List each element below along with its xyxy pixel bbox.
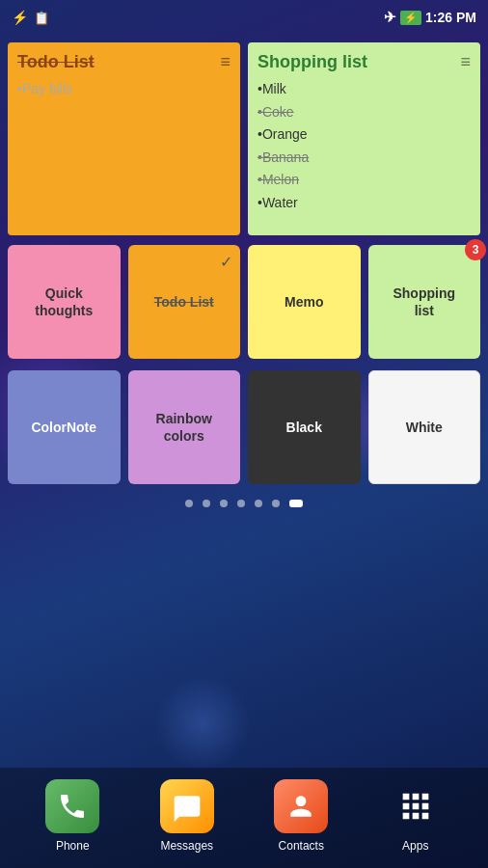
page-dot-2[interactable] bbox=[203, 500, 210, 507]
memo-label: Memo bbox=[285, 293, 323, 311]
app-tile-todo[interactable]: ✓ Todo List bbox=[128, 245, 241, 359]
messages-icon bbox=[172, 791, 203, 822]
shopping-item-banana: •Banana bbox=[258, 149, 471, 168]
contacts-icon-bg bbox=[274, 779, 328, 833]
color-tile-colornote[interactable]: ColorNote bbox=[8, 370, 121, 484]
shopping-widget[interactable]: Shopping list ≡ •Milk •Coke •Orange •Ban… bbox=[248, 42, 480, 235]
main-content: Todo List ≡ •Pay bills Shopping list ≡ •… bbox=[0, 35, 488, 507]
color-tile-white[interactable]: White bbox=[368, 370, 481, 484]
app-tile-shopping[interactable]: 3 Shoppinglist bbox=[368, 245, 481, 359]
shopping-item-orange: •Orange bbox=[258, 125, 471, 145]
messages-icon-bg bbox=[160, 779, 214, 833]
todo-widget-header: Todo List ≡ bbox=[17, 52, 230, 72]
shopping-item-melon: •Melon bbox=[258, 171, 471, 190]
status-bar: ⚡ 📋 ✈ ⚡ 1:26 PM bbox=[0, 0, 488, 35]
todo-widget[interactable]: Todo List ≡ •Pay bills bbox=[8, 42, 240, 235]
contacts-label: Contacts bbox=[279, 839, 324, 853]
battery-icon: ⚡ bbox=[400, 11, 421, 25]
airplane-icon: ✈ bbox=[384, 9, 396, 26]
app-tile-quick-thoughts[interactable]: Quickthoughts bbox=[8, 245, 121, 359]
color-tiles-row: ColorNote Rainbowcolors Black White bbox=[8, 370, 480, 484]
app-tile-memo[interactable]: Memo bbox=[248, 245, 361, 359]
todo-item-pay-bills: •Pay bills bbox=[17, 80, 230, 99]
contacts-icon bbox=[285, 791, 316, 822]
white-label: White bbox=[406, 419, 443, 436]
apps-label: Apps bbox=[402, 839, 428, 853]
shopping-item-milk: •Milk bbox=[258, 80, 471, 99]
colornote-label: ColorNote bbox=[31, 419, 96, 436]
page-dot-5[interactable] bbox=[255, 500, 262, 507]
messages-label: Messages bbox=[160, 839, 213, 853]
dock-messages[interactable]: Messages bbox=[160, 779, 214, 853]
shopping-item-water: •Water bbox=[258, 194, 471, 213]
page-dot-3[interactable] bbox=[220, 500, 228, 507]
dock-apps[interactable]: Apps bbox=[389, 779, 443, 853]
shopping-widget-header: Shopping list ≡ bbox=[258, 52, 471, 72]
shopping-widget-menu[interactable]: ≡ bbox=[460, 52, 471, 72]
phone-icon-bg bbox=[45, 779, 99, 833]
todo-widget-menu[interactable]: ≡ bbox=[220, 52, 230, 72]
color-tile-black[interactable]: Black bbox=[248, 370, 361, 484]
status-left-icons: ⚡ 📋 bbox=[12, 10, 49, 25]
quick-thoughts-label: Quickthoughts bbox=[35, 285, 93, 319]
dock-contacts[interactable]: Contacts bbox=[274, 779, 328, 853]
shopping-badge: 3 bbox=[465, 239, 486, 260]
page-dot-7-active[interactable] bbox=[289, 500, 303, 507]
apps-icon-bg bbox=[389, 779, 443, 833]
notes-widgets-row: Todo List ≡ •Pay bills Shopping list ≡ •… bbox=[8, 42, 480, 235]
dock-phone[interactable]: Phone bbox=[45, 779, 99, 853]
clock: 1:26 PM bbox=[425, 10, 476, 25]
status-right-icons: ✈ ⚡ 1:26 PM bbox=[384, 9, 476, 26]
shopping-tile-label: Shoppinglist bbox=[393, 285, 455, 319]
page-dots bbox=[8, 500, 480, 507]
rainbow-label: Rainbowcolors bbox=[156, 410, 212, 445]
phone-label: Phone bbox=[56, 839, 90, 853]
app-tiles-grid: Quickthoughts ✓ Todo List Memo 3 Shoppin… bbox=[8, 245, 480, 359]
apps-icon bbox=[396, 787, 435, 826]
black-label: Black bbox=[286, 419, 322, 436]
todo-tile-label: Todo List bbox=[154, 293, 214, 311]
color-tile-rainbow[interactable]: Rainbowcolors bbox=[128, 370, 241, 484]
shopping-widget-title: Shopping list bbox=[258, 52, 367, 72]
page-dot-4[interactable] bbox=[237, 500, 245, 507]
todo-checkmark: ✓ bbox=[220, 253, 232, 271]
shopping-item-coke: •Coke bbox=[258, 103, 471, 122]
page-dot-6[interactable] bbox=[272, 500, 280, 507]
usb-icon: ⚡ bbox=[12, 10, 28, 25]
phone-icon bbox=[57, 791, 88, 822]
bottom-dock: Phone Messages Contacts Apps bbox=[0, 768, 488, 868]
sim-icon: 📋 bbox=[34, 11, 49, 25]
todo-widget-title: Todo List bbox=[17, 52, 95, 72]
page-dot-1[interactable] bbox=[185, 500, 193, 507]
